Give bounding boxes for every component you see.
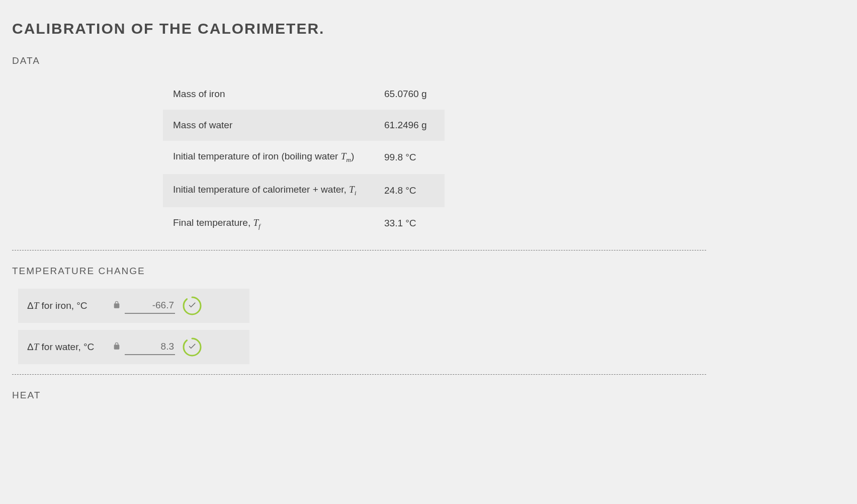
table-row: Initial temperature of iron (boiling wat… — [163, 141, 445, 174]
subscript: m — [346, 156, 351, 163]
delta-t-water-input[interactable] — [125, 339, 175, 355]
lock-icon — [113, 301, 121, 311]
check-icon — [188, 300, 197, 312]
row-value: 61.2496 g — [374, 110, 445, 141]
divider — [12, 250, 706, 250]
delta-t-iron-input[interactable] — [125, 298, 175, 314]
data-table: Mass of iron 65.0760 g Mass of water 61.… — [163, 78, 845, 240]
input-row-iron: ΔT for iron, °C — [18, 289, 249, 323]
table-row: Mass of iron 65.0760 g — [163, 78, 445, 110]
check-icon — [188, 342, 197, 353]
variable-T: T — [341, 151, 347, 161]
row-label-post: ) — [351, 151, 354, 161]
row-value: 33.1 °C — [374, 207, 445, 240]
check-badge — [182, 337, 202, 357]
page-title: CALIBRATION OF THE CALORIMETER. — [12, 20, 845, 37]
section-heading-temp-change: TEMPERATURE CHANGE — [12, 266, 845, 277]
table-row: Final temperature, Tf 33.1 °C — [163, 207, 445, 240]
lock-icon — [113, 342, 121, 352]
section-heading-data: DATA — [12, 55, 845, 66]
label-rest: for iron, °C — [39, 300, 87, 311]
input-row-water: ΔT for water, °C — [18, 330, 249, 364]
subscript: f — [259, 222, 261, 229]
variable-T: T — [253, 217, 259, 228]
variable-T: T — [34, 342, 39, 352]
row-label: ΔT for iron, °C — [27, 300, 113, 311]
row-label-pre: Final temperature, — [173, 217, 253, 228]
row-value: 24.8 °C — [374, 174, 445, 207]
section-heading-heat: HEAT — [12, 390, 845, 401]
check-badge — [182, 296, 202, 316]
variable-T: T — [349, 184, 355, 195]
row-label-pre: Initial temperature of calorimeter + wat… — [173, 184, 349, 195]
subscript: i — [355, 189, 357, 197]
delta-symbol: Δ — [27, 300, 34, 311]
label-rest: for water, °C — [39, 342, 94, 352]
row-label: Mass of water — [173, 120, 232, 130]
temp-change-block: ΔT for iron, °C ΔT for water, °C — [18, 289, 845, 364]
row-value: 65.0760 g — [374, 78, 445, 110]
row-label: Mass of iron — [173, 89, 225, 99]
divider — [12, 374, 706, 375]
row-value: 99.8 °C — [374, 141, 445, 174]
variable-T: T — [34, 300, 39, 311]
table-row: Mass of water 61.2496 g — [163, 110, 445, 141]
delta-symbol: Δ — [27, 342, 34, 352]
table-row: Initial temperature of calorimeter + wat… — [163, 174, 445, 207]
row-label-pre: Initial temperature of iron (boiling wat… — [173, 151, 341, 161]
row-label: ΔT for water, °C — [27, 342, 113, 353]
